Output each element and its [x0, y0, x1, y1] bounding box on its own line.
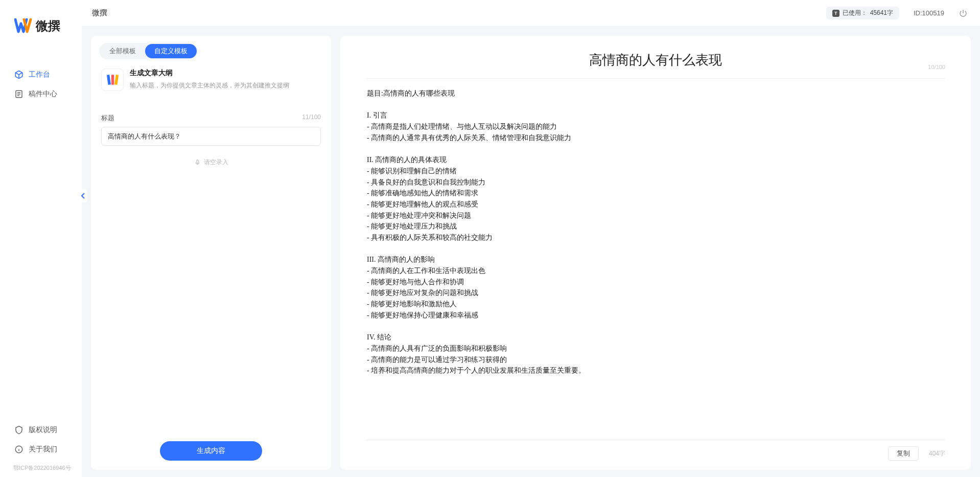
generate-button[interactable]: 生成内容 — [160, 441, 262, 461]
voice-input-label: 请空录入 — [204, 158, 228, 167]
sidebar-item-label: 版权说明 — [29, 425, 57, 435]
title-label: 标题 — [101, 113, 114, 123]
template-thumbnail — [101, 69, 124, 91]
svg-rect-5 — [196, 160, 198, 164]
svg-rect-4 — [114, 75, 119, 85]
template-description: 输入标题，为你提供文章主体的灵感，并为其创建推文提纲 — [130, 81, 289, 90]
output-body[interactable]: 题目:高情商的人有哪些表现 I. 引言 - 高情商是指人们处理情绪、与他人互动以… — [366, 79, 945, 440]
template-card: 生成文章大纲 输入标题，为你提供文章主体的灵感，并为其创建推文提纲 — [91, 59, 331, 97]
brand-logo-icon — [14, 18, 32, 34]
icp-text: 鄂ICP备2022016946号 — [0, 464, 82, 477]
text-icon: T — [832, 10, 839, 17]
topbar: 微撰 T 已使用：45641字 ID:100519 — [82, 0, 980, 27]
sidebar-item-workspace[interactable]: 工作台 — [0, 65, 82, 84]
sidebar-item-drafts[interactable]: 稿件中心 — [0, 84, 82, 104]
output-title: 高情商的人有什么表现 — [366, 51, 945, 69]
sidebar-item-copyright[interactable]: 版权说明 — [0, 420, 82, 440]
cube-icon — [14, 70, 24, 79]
document-icon — [14, 89, 24, 99]
sidebar-item-label: 关于我们 — [29, 445, 57, 454]
tab-all-templates[interactable]: 全部模板 — [100, 44, 145, 58]
books-icon — [106, 73, 119, 86]
main: 微撰 T 已使用：45641字 ID:100519 全部模板 自定义模板 — [82, 0, 980, 477]
form-area: 标题 11/100 请空录入 — [91, 97, 331, 441]
microphone-icon — [194, 159, 201, 166]
sidebar-item-label: 稿件中心 — [29, 89, 57, 99]
panel-template: 全部模板 自定义模板 生成文章大纲 输入标题，为你提供文章主 — [91, 36, 331, 470]
template-title: 生成文章大纲 — [130, 69, 289, 78]
sidebar-collapse-handle[interactable] — [80, 189, 87, 202]
title-input[interactable] — [101, 127, 321, 146]
content: 全部模板 自定义模板 生成文章大纲 输入标题，为你提供文章主 — [82, 27, 980, 477]
svg-rect-2 — [107, 75, 111, 85]
title-char-count: 11/100 — [302, 113, 321, 123]
voice-input-button[interactable]: 请空录入 — [101, 158, 321, 167]
brand-name: 微撰 — [36, 18, 60, 34]
info-icon — [14, 445, 24, 454]
sidebar: 微撰 工作台 稿件中心 版权说明 — [0, 0, 82, 477]
usage-value: 45641字 — [870, 9, 893, 17]
sidebar-bottom: 版权说明 关于我们 — [0, 420, 82, 464]
sidebar-item-about[interactable]: 关于我们 — [0, 440, 82, 459]
page-title: 微撰 — [92, 8, 107, 18]
panel-output: 高情商的人有什么表现 10/100 题目:高情商的人有哪些表现 I. 引言 - … — [340, 36, 971, 470]
usage-prefix: 已使用： — [843, 9, 867, 17]
output-char-count: 404字 — [929, 449, 945, 458]
shield-icon — [14, 425, 24, 435]
user-id: ID:100519 — [914, 9, 944, 17]
usage-pill: T 已使用：45641字 — [826, 7, 899, 19]
nav: 工作台 稿件中心 — [0, 50, 82, 420]
svg-rect-3 — [111, 75, 114, 85]
output-title-count: 10/100 — [928, 64, 945, 70]
tab-custom-template[interactable]: 自定义模板 — [145, 44, 197, 58]
sidebar-item-label: 工作台 — [29, 70, 50, 79]
brand-logo: 微撰 — [0, 10, 82, 50]
chevron-left-icon — [81, 193, 85, 199]
template-tabs: 全部模板 自定义模板 — [91, 36, 331, 59]
power-icon[interactable] — [959, 9, 968, 18]
copy-button[interactable]: 复制 — [888, 446, 919, 461]
